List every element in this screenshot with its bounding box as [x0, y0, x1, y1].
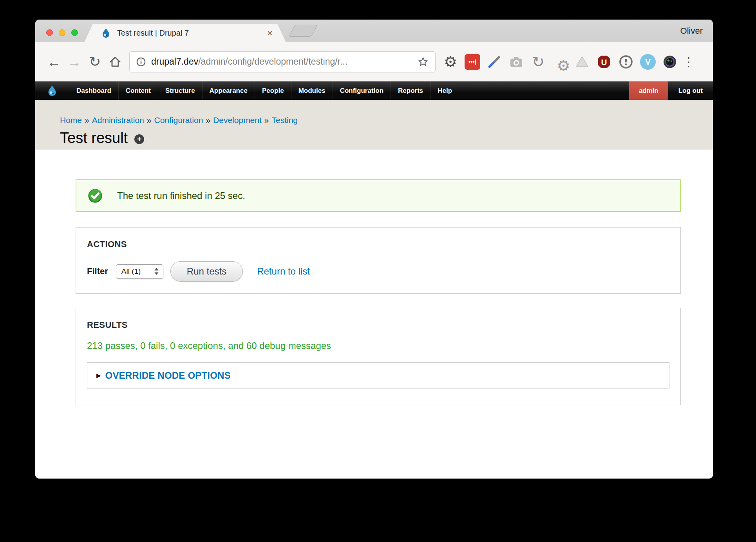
status-text: The test run finished in 25 sec. [117, 190, 245, 201]
collapsed-arrow-icon: ▶ [96, 372, 101, 379]
address-bar[interactable]: drupal7.dev/admin/config/development/tes… [129, 51, 436, 72]
camera-icon[interactable] [507, 52, 526, 71]
reload-icon[interactable]: ↻ [85, 55, 105, 69]
lastpass-icon[interactable]: •••| [463, 52, 482, 71]
breadcrumb-configuration[interactable]: Configuration [154, 116, 203, 125]
return-to-list-link[interactable]: Return to list [257, 266, 310, 277]
toolbar-item-appearance[interactable]: Appearance [202, 81, 255, 100]
tab-close-icon[interactable]: × [267, 29, 273, 38]
camera-lens-icon[interactable] [660, 52, 679, 71]
page-title: Test result [60, 130, 128, 146]
toolbar-item-reports[interactable]: Reports [391, 81, 430, 100]
traffic-lights [46, 29, 78, 36]
results-legend: RESULTS [87, 320, 669, 330]
toolbar-item-people[interactable]: People [255, 81, 291, 100]
zoom-window-button[interactable] [71, 29, 78, 36]
forward-icon[interactable]: → [64, 55, 85, 69]
browser-menu-icon[interactable]: ⋮ [682, 56, 695, 68]
toolbar-item-dashboard[interactable]: Dashboard [69, 81, 118, 100]
filter-select-value: All (1) [121, 267, 141, 276]
actions-legend: ACTIONS [87, 239, 669, 249]
results-summary: 213 passes, 0 fails, 0 exceptions, and 6… [87, 340, 669, 351]
back-icon[interactable]: ← [44, 55, 64, 69]
url-host: drupal7.dev [151, 56, 198, 67]
drupal-favicon-icon [101, 28, 111, 38]
keyhole-icon[interactable] [617, 52, 635, 71]
home-icon[interactable] [105, 55, 125, 69]
page-header: Home»Administration»Configuration»Develo… [35, 100, 713, 150]
status-message: The test run finished in 25 sec. [76, 179, 681, 212]
toolbar-item-content[interactable]: Content [118, 81, 158, 100]
toolbar-user-admin[interactable]: admin [629, 81, 668, 100]
new-tab-button[interactable] [289, 25, 318, 37]
breadcrumb-testing[interactable]: Testing [272, 116, 298, 125]
override-node-options-fieldset[interactable]: ▶ OVERRIDE NODE OPTIONS [87, 362, 669, 388]
page-info-icon[interactable] [136, 57, 146, 67]
minimize-window-button[interactable] [59, 29, 65, 36]
tab-title: Test result | Drupal 7 [117, 29, 189, 38]
page-content: The test run finished in 25 sec. ACTIONS… [35, 150, 713, 405]
ublock-icon[interactable]: U [595, 52, 613, 71]
ublock-letter: U [601, 57, 607, 66]
browser-profile-name[interactable]: Oliver [680, 26, 703, 36]
video-v-icon[interactable]: V [638, 52, 657, 71]
breadcrumb: Home»Administration»Configuration»Develo… [60, 116, 713, 125]
breadcrumb-separator: » [147, 116, 152, 125]
url-text[interactable]: drupal7.dev/admin/config/development/tes… [151, 56, 347, 67]
toolbar-item-help[interactable]: Help [430, 81, 459, 100]
breadcrumb-separator: » [206, 116, 210, 125]
settings-gear-icon[interactable]: ⚙ [441, 52, 460, 71]
toolbar-item-configuration[interactable]: Configuration [333, 81, 391, 100]
tab-strip: Test result | Drupal 7 × Oliver [35, 20, 713, 42]
drupal-admin-toolbar: Dashboard Content Structure Appearance P… [35, 81, 713, 100]
filter-label: Filter [87, 266, 108, 276]
drupal-logo-icon[interactable] [35, 81, 69, 100]
filter-select[interactable]: All (1) [116, 264, 163, 279]
select-arrows-icon [154, 267, 159, 276]
breadcrumb-development[interactable]: Development [213, 116, 262, 125]
breadcrumb-home[interactable]: Home [60, 116, 82, 125]
extension-area: ⚙ •••| ↻ ⚙ [441, 52, 679, 71]
close-window-button[interactable] [46, 29, 53, 36]
results-fieldset: RESULTS 213 passes, 0 fails, 0 exception… [76, 308, 681, 405]
toolbar-item-modules[interactable]: Modules [291, 81, 333, 100]
add-shortcut-icon[interactable]: + [134, 134, 144, 144]
browser-toolbar: ← → ↻ drupal7.dev/admin/config/developme… [35, 42, 713, 81]
toolbar-logout[interactable]: Log out [668, 81, 713, 100]
browser-window: Test result | Drupal 7 × Oliver ← → ↻ dr… [35, 20, 713, 479]
override-node-options-link[interactable]: OVERRIDE NODE OPTIONS [105, 370, 231, 381]
toolbar-item-structure[interactable]: Structure [158, 81, 202, 100]
actions-fieldset: ACTIONS Filter All (1) Run tests Return … [76, 227, 681, 294]
run-tests-button[interactable]: Run tests [170, 261, 243, 282]
status-ok-icon [87, 188, 103, 204]
breadcrumb-separator: » [85, 116, 89, 125]
web-page: Dashboard Content Structure Appearance P… [35, 81, 713, 479]
session-sync-icon[interactable]: ↻ [529, 52, 548, 71]
tampermonkey-gear-icon[interactable]: ⚙ [551, 52, 570, 71]
breadcrumb-administration[interactable]: Administration [92, 116, 144, 125]
eyedropper-icon[interactable] [485, 52, 504, 71]
drive-triangle-icon[interactable] [573, 52, 591, 71]
bookmark-star-icon[interactable] [417, 56, 429, 68]
breadcrumb-separator: » [264, 116, 269, 125]
url-path: /admin/config/development/testing/r... [198, 56, 347, 67]
browser-tab[interactable]: Test result | Drupal 7 × [84, 24, 286, 42]
